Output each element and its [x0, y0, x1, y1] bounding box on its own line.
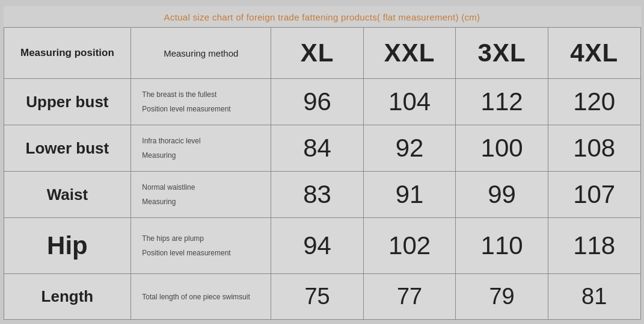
row-value-4-3: 81	[548, 274, 640, 320]
row-method-4: Total length of one piece swimsuit	[131, 274, 271, 320]
table-row: WaistNormal waistlineMeasuring839199107	[4, 172, 640, 218]
row-position-0: Upper bust	[4, 79, 131, 125]
row-position-1: Lower bust	[4, 125, 131, 172]
method-line1-3: The hips are plump	[142, 231, 260, 246]
row-value-3-0: 94	[271, 218, 364, 274]
method-line2-1: Measuring	[142, 148, 260, 163]
size-table: Measuring position Measuring method XL X…	[4, 27, 641, 320]
table-row: Upper bustThe breast is the fullestPosit…	[4, 79, 640, 125]
header-method: Measuring method	[131, 28, 271, 79]
row-method-3: The hips are plumpPosition level measure…	[131, 218, 271, 274]
row-value-3-2: 110	[456, 218, 548, 274]
method-line2-2: Measuring	[142, 195, 260, 209]
row-value-4-2: 79	[456, 274, 548, 320]
row-value-0-1: 104	[363, 79, 456, 125]
row-position-4: Length	[4, 274, 131, 320]
row-value-2-1: 91	[363, 172, 456, 218]
header-size-4xl: 4XL	[548, 28, 640, 79]
row-method-1: Infra thoracic levelMeasuring	[131, 125, 271, 172]
row-position-3: Hip	[4, 218, 131, 274]
method-line1-4: Total length of one piece swimsuit	[142, 290, 260, 304]
row-value-0-0: 96	[271, 79, 364, 125]
row-value-3-1: 102	[363, 218, 456, 274]
method-line1-0: The breast is the fullest	[142, 87, 260, 102]
method-line2-0: Position level measurement	[142, 102, 260, 116]
method-line1-1: Infra thoracic level	[142, 134, 260, 148]
row-position-2: Waist	[4, 172, 131, 218]
chart-title: Actual size chart of foreign trade fatte…	[4, 6, 641, 27]
row-value-1-0: 84	[271, 125, 364, 172]
row-value-4-0: 75	[271, 274, 364, 320]
row-method-2: Normal waistlineMeasuring	[131, 172, 271, 218]
table-header-row: Measuring position Measuring method XL X…	[4, 28, 640, 79]
row-value-1-3: 108	[548, 125, 640, 172]
table-row: LengthTotal length of one piece swimsuit…	[4, 274, 640, 320]
row-value-1-2: 100	[456, 125, 548, 172]
table-row: Lower bustInfra thoracic levelMeasuring8…	[4, 125, 640, 172]
row-method-0: The breast is the fullestPosition level …	[131, 79, 271, 125]
method-line1-2: Normal waistline	[142, 180, 260, 195]
size-chart-container: Actual size chart of foreign trade fatte…	[4, 6, 641, 320]
header-size-xl: XL	[271, 28, 364, 79]
row-value-0-2: 112	[456, 79, 548, 125]
row-value-3-3: 118	[548, 218, 640, 274]
row-value-2-2: 99	[456, 172, 548, 218]
row-value-2-0: 83	[271, 172, 364, 218]
header-size-xxl: XXL	[363, 28, 456, 79]
header-position: Measuring position	[4, 28, 131, 79]
row-value-1-1: 92	[363, 125, 456, 172]
method-line2-3: Position level measurement	[142, 246, 260, 260]
row-value-2-3: 107	[548, 172, 640, 218]
row-value-0-3: 120	[548, 79, 640, 125]
table-row: HipThe hips are plumpPosition level meas…	[4, 218, 640, 274]
header-size-3xl: 3XL	[456, 28, 548, 79]
row-value-4-1: 77	[363, 274, 456, 320]
